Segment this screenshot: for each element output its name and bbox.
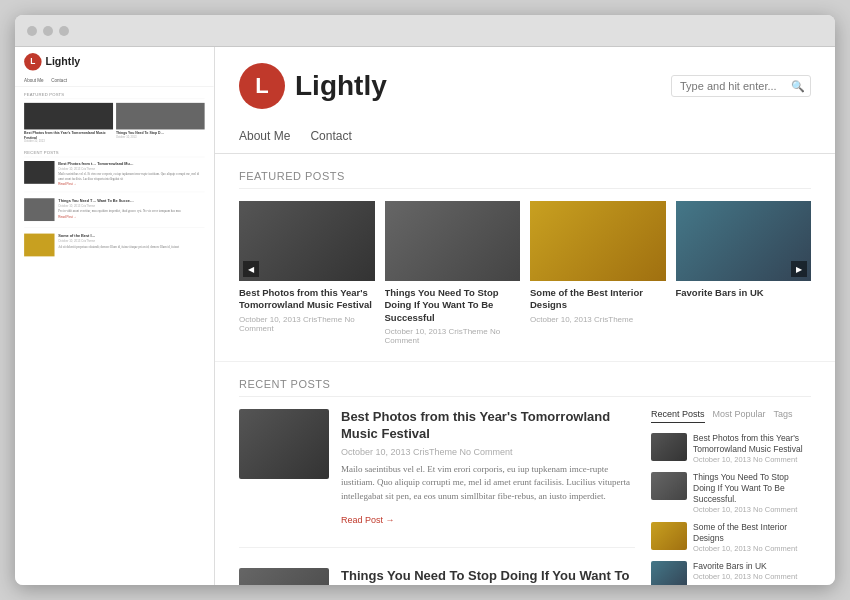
minimize-dot[interactable] bbox=[43, 26, 53, 36]
recent-sidebar: Recent Posts Most Popular Tags Best Phot… bbox=[651, 409, 811, 585]
recent-post-0: Best Photos from this Year's Tomorrowlan… bbox=[239, 409, 635, 548]
sidebar-post-meta-1: October 10, 2013 No Comment bbox=[693, 505, 811, 514]
site-nav: About Me Contact bbox=[239, 121, 811, 153]
sidebar-post-meta-0: October 10, 2013 No Comment bbox=[693, 455, 811, 464]
tab-tags[interactable]: Tags bbox=[774, 409, 793, 423]
featured-section: Featured Posts ◀ Best Photos from this Y… bbox=[215, 154, 835, 362]
tab-most-popular[interactable]: Most Popular bbox=[713, 409, 766, 423]
preview-logo: L bbox=[24, 53, 41, 70]
read-more-0[interactable]: Read Post → bbox=[341, 515, 395, 525]
browser-window: L Lightly About Me Contact Featured Post… bbox=[15, 15, 835, 585]
preview-pane: L Lightly About Me Contact Featured Post… bbox=[15, 47, 215, 585]
recent-title-0[interactable]: Best Photos from this Year's Tomorrowlan… bbox=[341, 409, 635, 443]
recent-section-title: Recent Posts bbox=[239, 378, 811, 397]
sidebar-post-title-1[interactable]: Things You Need To Stop Doing If You Wan… bbox=[693, 472, 811, 505]
featured-img-3: ▶ bbox=[676, 201, 812, 281]
featured-img-1 bbox=[385, 201, 521, 281]
sidebar-post-title-3[interactable]: Favorite Bars in UK bbox=[693, 561, 797, 572]
preview-nav-contact: Contact bbox=[51, 78, 67, 86]
browser-content: L Lightly About Me Contact Featured Post… bbox=[15, 47, 835, 585]
featured-meta-0: October 10, 2013 CrisTheme No Comment bbox=[239, 315, 375, 333]
sidebar-thumb-1 bbox=[651, 472, 687, 500]
featured-section-title: Featured Posts bbox=[239, 170, 811, 189]
featured-meta-1: October 10, 2013 CrisTheme No Comment bbox=[385, 327, 521, 345]
main-pane[interactable]: L Lightly 🔍 About Me Contact Featured P bbox=[215, 47, 835, 585]
featured-item-1: Things You Need To Stop Doing If You Wan… bbox=[385, 201, 521, 345]
nav-contact[interactable]: Contact bbox=[310, 129, 351, 153]
recent-section: Recent Posts Best Photos from this Year'… bbox=[215, 362, 835, 585]
featured-title-2: Some of the Best Interior Designs bbox=[530, 287, 666, 312]
recent-excerpt-0: Mailo saeintibus vel el. Et vim erori co… bbox=[341, 463, 635, 504]
sidebar-post-title-2[interactable]: Some of the Best Interior Designs bbox=[693, 522, 811, 544]
recent-thumb-0 bbox=[239, 409, 329, 479]
sidebar-post-2: Some of the Best Interior Designs Octobe… bbox=[651, 522, 811, 553]
recent-thumb-1 bbox=[239, 568, 329, 585]
recent-list: Best Photos from this Year's Tomorrowlan… bbox=[239, 409, 635, 585]
sidebar-post-3: Favorite Bars in UK October 10, 2013 No … bbox=[651, 561, 811, 585]
browser-toolbar bbox=[15, 15, 835, 47]
sidebar-thumb-2 bbox=[651, 522, 687, 550]
site-header-top: L Lightly 🔍 bbox=[239, 63, 811, 109]
next-arrow-3[interactable]: ▶ bbox=[791, 261, 807, 277]
nav-about[interactable]: About Me bbox=[239, 129, 290, 153]
featured-title-3: Favorite Bars in UK bbox=[676, 287, 812, 299]
sidebar-post-0: Best Photos from this Year's Tomorrowlan… bbox=[651, 433, 811, 464]
featured-item-0: ◀ Best Photos from this Year's Tomorrowl… bbox=[239, 201, 375, 345]
sidebar-post-meta-2: October 10, 2013 No Comment bbox=[693, 544, 811, 553]
featured-title-1: Things You Need To Stop Doing If You Wan… bbox=[385, 287, 521, 324]
recent-title-1[interactable]: Things You Need To Stop Doing If You Wan… bbox=[341, 568, 635, 585]
featured-img-2 bbox=[530, 201, 666, 281]
site-title: Lightly bbox=[295, 70, 387, 102]
preview-featured-title: Featured Posts bbox=[24, 92, 205, 99]
sidebar-post-1: Things You Need To Stop Doing If You Wan… bbox=[651, 472, 811, 514]
preview-title: Lightly bbox=[45, 56, 80, 68]
search-icon: 🔍 bbox=[791, 80, 805, 93]
logo-circle: L bbox=[239, 63, 285, 109]
search-input[interactable] bbox=[671, 75, 811, 97]
tab-recent-posts[interactable]: Recent Posts bbox=[651, 409, 705, 423]
sidebar-post-title-0[interactable]: Best Photos from this Year's Tomorrowlan… bbox=[693, 433, 811, 455]
recent-main: Best Photos from this Year's Tomorrowlan… bbox=[239, 409, 811, 585]
site-header: L Lightly 🔍 About Me Contact bbox=[215, 47, 835, 154]
featured-img-0: ◀ bbox=[239, 201, 375, 281]
recent-content-0: Best Photos from this Year's Tomorrowlan… bbox=[341, 409, 635, 527]
sidebar-thumb-0 bbox=[651, 433, 687, 461]
prev-arrow-0[interactable]: ◀ bbox=[243, 261, 259, 277]
search-wrapper: 🔍 bbox=[671, 75, 811, 97]
sidebar-thumb-3 bbox=[651, 561, 687, 585]
preview-nav-about: About Me bbox=[24, 78, 44, 86]
sidebar-recent-widget: Recent Posts Most Popular Tags Best Phot… bbox=[651, 409, 811, 585]
recent-post-1: Things You Need To Stop Doing If You Wan… bbox=[239, 568, 635, 585]
recent-meta-0: October 10, 2013 CrisTheme No Comment bbox=[341, 447, 635, 457]
preview-recent-title: Recent Posts bbox=[24, 151, 205, 158]
featured-item-2: Some of the Best Interior Designs Octobe… bbox=[530, 201, 666, 345]
featured-meta-2: October 10, 2013 CrisTheme bbox=[530, 315, 666, 324]
preview-inner: L Lightly About Me Contact Featured Post… bbox=[15, 47, 214, 260]
recent-content-1: Things You Need To Stop Doing If You Wan… bbox=[341, 568, 635, 585]
featured-item-3: ▶ Favorite Bars in UK bbox=[676, 201, 812, 345]
sidebar-tabs: Recent Posts Most Popular Tags bbox=[651, 409, 811, 423]
featured-grid: ◀ Best Photos from this Year's Tomorrowl… bbox=[239, 201, 811, 345]
site-logo: L Lightly bbox=[239, 63, 387, 109]
maximize-dot[interactable] bbox=[59, 26, 69, 36]
close-dot[interactable] bbox=[27, 26, 37, 36]
sidebar-post-meta-3: October 10, 2013 No Comment bbox=[693, 572, 797, 581]
featured-title-0: Best Photos from this Year's Tomorrowlan… bbox=[239, 287, 375, 312]
